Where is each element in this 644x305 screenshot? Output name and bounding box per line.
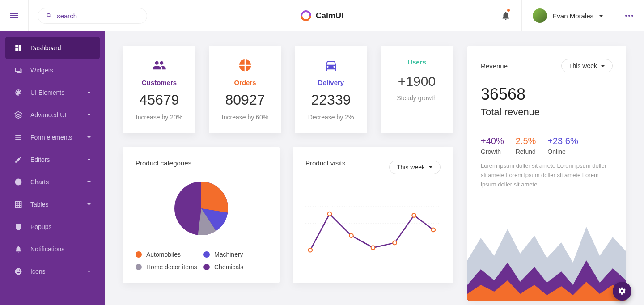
- revenue-metric-online: +23.6%Online: [547, 136, 578, 155]
- app-logo[interactable]: CalmUI: [301, 10, 343, 21]
- nav-label: Advanced UI: [30, 111, 66, 119]
- sidebar-item-editors[interactable]: Editors: [5, 148, 100, 171]
- logo-text: CalmUI: [316, 11, 343, 21]
- svg-point-6: [371, 246, 375, 250]
- area-chart: [467, 211, 626, 301]
- visits-range-dropdown[interactable]: This week: [389, 161, 441, 174]
- legend-item: Machinery: [203, 251, 267, 258]
- revenue-description: Lorem ipsum doller sit amete Lorem ipsum…: [481, 161, 613, 189]
- nav-label: Popups: [30, 223, 51, 230]
- nav-label: Icons: [30, 268, 45, 275]
- nav-label: Dashboard: [30, 44, 61, 51]
- sidebar: DashboardWidgetsUI ElementsAdvanced UIFo…: [0, 31, 105, 305]
- search-input[interactable]: [57, 12, 139, 20]
- stat-label: Orders: [214, 79, 276, 86]
- line-chart: [305, 197, 441, 264]
- svg-point-8: [412, 213, 416, 217]
- revenue-card: Revenue This week 36568 Total revenue +4…: [467, 46, 626, 301]
- sidebar-item-charts[interactable]: Charts: [5, 171, 100, 193]
- sidebar-item-ui-elements[interactable]: UI Elements: [5, 81, 100, 104]
- search-box[interactable]: [38, 8, 147, 24]
- revenue-range-dropdown[interactable]: This week: [561, 59, 613, 72]
- legend-item: Home decor items: [136, 263, 199, 271]
- widgets-icon: [14, 66, 22, 74]
- main-content: Customers45679Increase by 20%Orders80927…: [105, 31, 644, 305]
- legend-label: Machinery: [214, 251, 243, 258]
- more-horizontal-icon: [625, 15, 633, 17]
- stat-delta: Decrease by 2%: [300, 114, 362, 121]
- legend-label: Automobiles: [146, 251, 181, 258]
- nav-label: Tables: [30, 201, 48, 208]
- piechart-icon: [238, 58, 252, 72]
- metric-pct: +23.6%: [547, 136, 578, 146]
- legend-dot: [136, 264, 142, 270]
- hamburger-icon: [9, 10, 20, 21]
- chevron-down-icon: [87, 136, 91, 138]
- chevron-down-icon: [87, 181, 91, 183]
- stat-label: Delivery: [300, 79, 362, 86]
- revenue-metric-growth: +40%Growth: [481, 136, 504, 155]
- stat-card-users: Users+1900Steady growth: [381, 46, 453, 133]
- legend-item: Chemicals: [203, 263, 267, 271]
- more-menu[interactable]: [614, 0, 644, 31]
- revenue-metric-refund: 2.5%Refund: [516, 136, 536, 155]
- stat-label: Customers: [128, 79, 190, 86]
- menu-toggle[interactable]: [0, 0, 29, 31]
- stat-value: 22339: [300, 92, 362, 108]
- stat-card-customers: Customers45679Increase by 20%: [123, 46, 195, 133]
- stat-label: Users: [386, 58, 448, 66]
- stat-value: +1900: [386, 74, 448, 89]
- sidebar-item-notifications[interactable]: Notifications: [5, 238, 100, 260]
- legend-dot: [136, 251, 142, 258]
- sidebar-item-popups[interactable]: Popups: [5, 216, 100, 238]
- metric-pct: +40%: [481, 136, 504, 146]
- svg-point-9: [432, 228, 436, 232]
- user-menu[interactable]: Evan Morales: [522, 0, 614, 31]
- panel-title: Product visits: [305, 159, 345, 167]
- stat-card-delivery: Delivery22339Decrease by 2%: [295, 46, 367, 133]
- svg-point-4: [328, 212, 332, 216]
- logo-icon: [298, 8, 314, 23]
- legend-dot: [203, 264, 210, 270]
- chevron-down-icon: [87, 203, 91, 205]
- dashboard-icon: [14, 44, 22, 52]
- sidebar-item-icons[interactable]: Icons: [5, 260, 100, 283]
- edit-icon: [14, 156, 22, 164]
- stat-delta: Increase by 60%: [214, 114, 276, 121]
- svg-point-5: [349, 233, 353, 237]
- chevron-down-icon: [428, 166, 433, 168]
- chevron-down-icon: [87, 271, 91, 272]
- metric-label: Refund: [516, 148, 536, 155]
- avatar: [533, 8, 547, 23]
- sidebar-item-widgets[interactable]: Widgets: [5, 59, 100, 81]
- svg-point-7: [393, 241, 397, 245]
- sidebar-item-form-elements[interactable]: Form elements: [5, 126, 100, 148]
- stat-card-orders: Orders80927Increase by 60%: [209, 46, 281, 133]
- popup-icon: [14, 223, 22, 231]
- smile-icon: [14, 267, 22, 275]
- sidebar-item-dashboard[interactable]: Dashboard: [5, 37, 100, 59]
- notifications-button[interactable]: [490, 0, 522, 31]
- panel-title: Product categories: [136, 159, 267, 167]
- chevron-down-icon: [599, 15, 603, 17]
- car-icon: [324, 58, 338, 72]
- bell-icon: [14, 245, 22, 253]
- chart-icon: [14, 178, 22, 186]
- stat-value: 80927: [214, 92, 276, 108]
- metric-pct: 2.5%: [516, 136, 536, 146]
- svg-point-3: [308, 248, 312, 252]
- revenue-subtitle: Total revenue: [481, 106, 613, 118]
- nav-label: Charts: [30, 178, 49, 186]
- sidebar-item-advanced-ui[interactable]: Advanced UI: [5, 104, 100, 126]
- chevron-down-icon: [87, 114, 91, 116]
- nav-label: Editors: [30, 156, 50, 163]
- bell-icon: [501, 11, 511, 21]
- chevron-down-icon: [87, 159, 91, 161]
- product-categories-card: Product categories AutomobilesMachineryH…: [123, 147, 280, 283]
- revenue-title: Revenue: [481, 62, 508, 70]
- sidebar-item-tables[interactable]: Tables: [5, 193, 100, 216]
- nav-label: UI Elements: [30, 89, 64, 96]
- settings-fab[interactable]: [613, 282, 631, 301]
- layers-icon: [14, 111, 22, 119]
- revenue-value: 36568: [481, 85, 613, 104]
